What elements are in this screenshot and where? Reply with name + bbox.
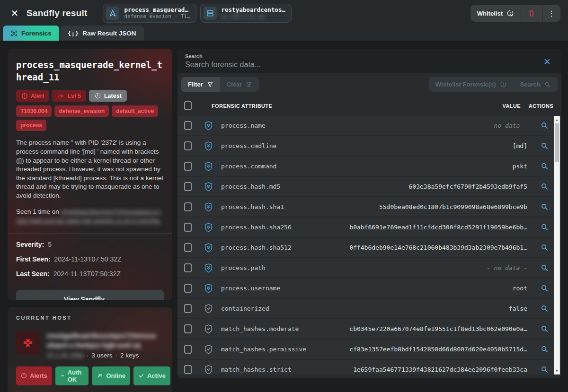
row-checkbox[interactable] xyxy=(184,141,192,150)
tag-default-active[interactable]: default_active xyxy=(112,105,158,117)
filter-group: Filter Clear xyxy=(181,77,259,92)
forensic-attribute: process.cmdline xyxy=(221,142,513,149)
meta-dot: · xyxy=(87,352,89,359)
host-identity: rmstqpdbsairtbsostqes71hmsca sbqe2-s-hwt… xyxy=(46,331,156,359)
current-host-card: CURRENT HOST rmstqpdbsairtbsostqes71hmsc… xyxy=(8,307,172,392)
status-badges: Alert Lvl 5 Latest xyxy=(16,90,164,102)
header-divider xyxy=(95,7,95,19)
forensic-attribute: match_hashes.permissive xyxy=(221,346,349,353)
row-checkbox[interactable] xyxy=(184,304,192,313)
more-menu-icon[interactable]: ⋮ xyxy=(542,5,560,22)
forensic-attribute: process.username xyxy=(221,285,513,292)
host-alerts-badge[interactable]: Alerts xyxy=(16,366,52,385)
scrollbar-down-arrow[interactable]: ▼ xyxy=(554,367,559,374)
scrollbar-up-arrow[interactable]: ▲ xyxy=(554,116,559,123)
forensic-value: b0abf6691e769ead1f11cfdcd300f8cd5291f190… xyxy=(349,224,527,231)
row-checkbox[interactable] xyxy=(184,182,192,191)
select-all-checkbox[interactable] xyxy=(184,101,192,110)
row-search-icon[interactable] xyxy=(541,325,549,333)
host-ip-redacted: 10.1.20.195p xyxy=(46,352,84,359)
row-checkbox[interactable] xyxy=(184,284,192,293)
json-icon: {;} xyxy=(68,30,79,37)
host-active-label: Active xyxy=(147,372,166,379)
main-content: process_masquerade_kernel_thread_11 Aler… xyxy=(0,43,568,392)
forensic-value: cf83e1357eefb8bdf1542850d66d8007d620e405… xyxy=(349,346,527,353)
table-scrollbar[interactable]: ▲ ▼ xyxy=(554,116,560,375)
row-checkbox[interactable] xyxy=(184,223,192,232)
clear-button-label: Clear xyxy=(227,81,242,88)
clear-filter-button[interactable]: Clear xyxy=(220,77,259,92)
tag-technique[interactable]: T1036.004 xyxy=(16,105,52,117)
search-box: Search ✕ xyxy=(178,49,561,73)
forensic-table-row: process.cmdline [md] xyxy=(178,136,561,156)
table-header: FORENSIC ATTRIBUTE VALUE ACTIONS xyxy=(178,96,561,116)
seen-prefix: Seen 1 time on xyxy=(16,208,59,215)
close-icon[interactable]: ✕ xyxy=(8,6,22,20)
host-alert-icon[interactable] xyxy=(16,331,40,355)
row-search-icon[interactable] xyxy=(541,284,549,292)
last-seen-row: Last Seen: 2024-11-13T07:50:32Z xyxy=(16,270,164,278)
row-search-icon[interactable] xyxy=(541,183,549,191)
row-checkbox[interactable] xyxy=(184,243,192,252)
forensic-table-row: process.path - no data - xyxy=(178,258,561,278)
row-checkbox[interactable] xyxy=(184,202,192,211)
host-chip[interactable]: restyaboardcentos… aq.100.1.ol.qb xyxy=(200,4,292,23)
whitelist-button[interactable]: Whitelist xyxy=(470,5,521,22)
host-auth-badge[interactable]: Auth OK xyxy=(55,366,89,385)
filter-bar: Filter Clear Whitelist Forensic(s) Searc… xyxy=(178,73,561,96)
search-input[interactable] xyxy=(185,61,517,69)
tab-forensics[interactable]: Forensics xyxy=(3,26,59,41)
tag-process[interactable]: process xyxy=(16,120,46,131)
row-search-icon[interactable] xyxy=(541,223,549,231)
row-search-icon[interactable] xyxy=(541,366,549,374)
forensic-shield-icon xyxy=(204,182,213,192)
forensic-attribute: match_hashes.moderate xyxy=(221,325,349,332)
row-search-icon[interactable] xyxy=(541,244,549,252)
sandfly-name: process_masquerade_kernel_thread_11 xyxy=(16,59,164,83)
row-checkbox[interactable] xyxy=(184,345,192,354)
tab-raw-json[interactable]: {;} Raw Result JSON xyxy=(60,26,144,41)
sandfly-chip-subtitle: defense_evasion · T1… xyxy=(124,14,190,20)
delete-button[interactable] xyxy=(521,5,542,22)
forensic-shield-icon xyxy=(204,365,213,375)
forensic-attribute: process.path xyxy=(221,264,487,271)
forensic-attribute: process.name xyxy=(221,122,487,129)
forensic-value: 603e38a59efcf6790f2b4593edb9faf5 xyxy=(409,183,527,190)
row-search-icon[interactable] xyxy=(541,162,549,170)
row-search-icon[interactable] xyxy=(541,305,549,313)
forensic-value: root xyxy=(513,285,527,292)
scrollbar-thumb[interactable] xyxy=(555,123,559,162)
row-search-icon[interactable] xyxy=(541,203,549,211)
header-actions: Whitelist ⋮ xyxy=(470,5,560,22)
row-search-icon[interactable] xyxy=(541,345,549,353)
tag-tactic[interactable]: defense_evasion xyxy=(54,105,109,117)
host-chip-title: restyaboardcentos… xyxy=(222,7,285,13)
forensic-table-row: match_hashes.moderate cb0345e7220a667074… xyxy=(178,319,561,339)
bulk-action-group: Whitelist Forensic(s) Search xyxy=(429,77,558,92)
filter-button[interactable]: Filter xyxy=(181,77,220,92)
row-checkbox[interactable] xyxy=(184,263,192,272)
row-checkbox[interactable] xyxy=(184,324,192,333)
tag-badges: T1036.004 defense_evasion default_active… xyxy=(16,105,164,131)
sandfly-chip[interactable]: process_masquerad… defense_evasion · T1… xyxy=(103,4,196,23)
host-active-badge[interactable]: Active xyxy=(133,366,170,385)
forensic-value: [md] xyxy=(513,142,527,149)
row-checkbox[interactable] xyxy=(184,162,192,171)
whitelist-button-label: Whitelist xyxy=(477,10,503,17)
search-clear-icon[interactable]: ✕ xyxy=(543,56,551,67)
detail-divider xyxy=(8,233,172,234)
forensic-attribute: process.hash.sha512 xyxy=(221,244,349,251)
whitelist-forensics-button[interactable]: Whitelist Forensic(s) xyxy=(429,77,514,92)
row-search-icon[interactable] xyxy=(541,142,549,150)
row-search-icon[interactable] xyxy=(541,122,549,130)
row-search-icon[interactable] xyxy=(541,264,549,272)
forensic-value: 1e659faa546771339f43821627dc384ee2096f0f… xyxy=(353,366,527,373)
table-search-button[interactable]: Search xyxy=(514,77,558,92)
whitelist-forensics-label: Whitelist Forensic(s) xyxy=(435,81,496,88)
host-name-redacted[interactable]: rmstqpdbsairtbsostqes71hmsca sbqe2-s-hwt… xyxy=(46,331,156,350)
alert-badge-label: Alert xyxy=(31,93,44,99)
row-checkbox[interactable] xyxy=(184,121,192,130)
row-checkbox[interactable] xyxy=(184,365,192,374)
host-online-badge[interactable]: Online xyxy=(92,366,130,385)
view-sandfly-button[interactable]: View Sandfly → xyxy=(16,290,164,300)
